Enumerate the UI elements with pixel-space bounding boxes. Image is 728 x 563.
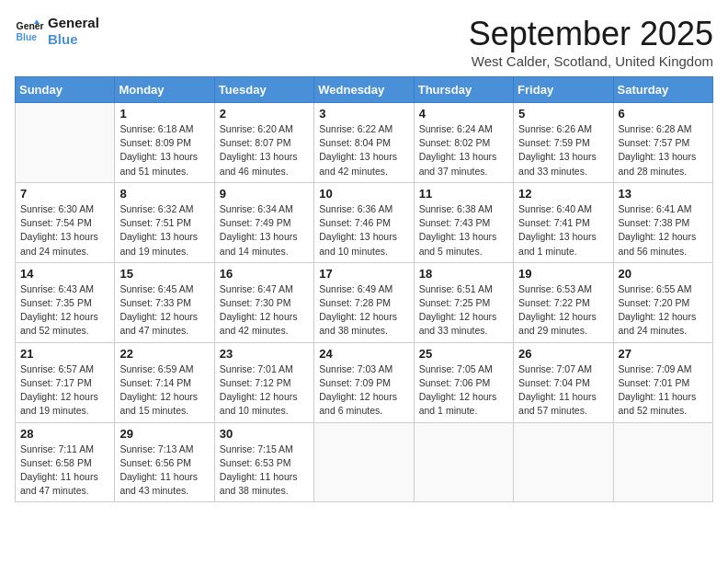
day-number: 23 (220, 347, 309, 361)
day-number: 29 (119, 427, 209, 441)
calendar-week-row: 14Sunrise: 6:43 AM Sunset: 7:35 PM Dayli… (16, 262, 713, 342)
calendar-cell: 11Sunrise: 6:38 AM Sunset: 7:43 PM Dayli… (414, 182, 513, 262)
day-number: 18 (419, 267, 508, 281)
calendar-cell: 3Sunrise: 6:22 AM Sunset: 8:04 PM Daylig… (314, 103, 414, 183)
logo-icon: General Blue (15, 17, 44, 46)
day-number: 5 (518, 107, 608, 121)
calendar-cell: 16Sunrise: 6:47 AM Sunset: 7:30 PM Dayli… (214, 262, 313, 342)
day-info: Sunrise: 6:43 AM Sunset: 7:35 PM Dayligh… (20, 282, 109, 339)
day-info: Sunrise: 7:03 AM Sunset: 7:09 PM Dayligh… (319, 362, 408, 419)
calendar-cell: 21Sunrise: 6:57 AM Sunset: 7:17 PM Dayli… (16, 342, 115, 422)
calendar-cell (613, 422, 712, 502)
calendar-cell: 5Sunrise: 6:26 AM Sunset: 7:59 PM Daylig… (514, 103, 613, 183)
calendar-table: SundayMondayTuesdayWednesdayThursdayFrid… (15, 76, 713, 502)
month-title: September 2025 (469, 15, 713, 53)
calendar-cell (314, 422, 414, 502)
day-info: Sunrise: 7:07 AM Sunset: 7:04 PM Dayligh… (518, 362, 608, 419)
day-info: Sunrise: 6:38 AM Sunset: 7:43 PM Dayligh… (419, 202, 508, 259)
calendar-cell: 7Sunrise: 6:30 AM Sunset: 7:54 PM Daylig… (16, 182, 115, 262)
calendar-cell: 6Sunrise: 6:28 AM Sunset: 7:57 PM Daylig… (613, 103, 712, 183)
weekday-header: Friday (514, 77, 613, 103)
day-number: 12 (518, 187, 608, 201)
day-number: 22 (119, 347, 209, 361)
day-info: Sunrise: 6:51 AM Sunset: 7:25 PM Dayligh… (419, 282, 508, 339)
calendar-week-row: 21Sunrise: 6:57 AM Sunset: 7:17 PM Dayli… (16, 342, 713, 422)
day-info: Sunrise: 6:40 AM Sunset: 7:41 PM Dayligh… (518, 202, 608, 259)
day-number: 8 (119, 187, 209, 201)
day-number: 3 (319, 107, 408, 121)
day-number: 17 (319, 267, 408, 281)
day-info: Sunrise: 6:32 AM Sunset: 7:51 PM Dayligh… (119, 202, 209, 259)
weekday-header: Tuesday (214, 77, 313, 103)
day-info: Sunrise: 6:49 AM Sunset: 7:28 PM Dayligh… (319, 282, 408, 339)
day-number: 21 (20, 347, 109, 361)
calendar-cell (514, 422, 613, 502)
calendar-cell: 4Sunrise: 6:24 AM Sunset: 8:02 PM Daylig… (414, 103, 513, 183)
weekday-header: Sunday (16, 77, 115, 103)
day-number: 4 (419, 107, 508, 121)
day-info: Sunrise: 7:13 AM Sunset: 6:56 PM Dayligh… (119, 442, 209, 499)
calendar-cell: 13Sunrise: 6:41 AM Sunset: 7:38 PM Dayli… (613, 182, 712, 262)
calendar-cell: 15Sunrise: 6:45 AM Sunset: 7:33 PM Dayli… (115, 262, 214, 342)
calendar-cell: 29Sunrise: 7:13 AM Sunset: 6:56 PM Dayli… (115, 422, 214, 502)
day-info: Sunrise: 7:01 AM Sunset: 7:12 PM Dayligh… (220, 362, 309, 419)
day-info: Sunrise: 6:28 AM Sunset: 7:57 PM Dayligh… (619, 122, 708, 178)
day-info: Sunrise: 6:55 AM Sunset: 7:20 PM Dayligh… (619, 282, 708, 339)
day-number: 19 (518, 267, 608, 281)
day-info: Sunrise: 6:36 AM Sunset: 7:46 PM Dayligh… (319, 202, 408, 259)
day-number: 10 (319, 187, 408, 201)
calendar-cell: 8Sunrise: 6:32 AM Sunset: 7:51 PM Daylig… (115, 182, 214, 262)
location: West Calder, Scotland, United Kingdom (469, 53, 713, 69)
day-number: 11 (419, 187, 508, 201)
logo: General Blue General Blue (15, 15, 99, 48)
day-info: Sunrise: 6:41 AM Sunset: 7:38 PM Dayligh… (619, 202, 708, 259)
day-info: Sunrise: 6:20 AM Sunset: 8:07 PM Dayligh… (220, 122, 309, 178)
day-info: Sunrise: 6:24 AM Sunset: 8:02 PM Dayligh… (419, 122, 508, 178)
day-number: 9 (220, 187, 309, 201)
day-number: 27 (619, 347, 708, 361)
calendar-cell: 9Sunrise: 6:34 AM Sunset: 7:49 PM Daylig… (214, 182, 313, 262)
weekday-header: Wednesday (314, 77, 414, 103)
calendar-week-row: 28Sunrise: 7:11 AM Sunset: 6:58 PM Dayli… (16, 422, 713, 502)
day-number: 20 (619, 267, 708, 281)
calendar-cell: 12Sunrise: 6:40 AM Sunset: 7:41 PM Dayli… (514, 182, 613, 262)
weekday-header: Monday (115, 77, 214, 103)
calendar-cell (414, 422, 513, 502)
day-number: 16 (220, 267, 309, 281)
day-number: 28 (20, 427, 109, 441)
day-info: Sunrise: 7:11 AM Sunset: 6:58 PM Dayligh… (20, 442, 109, 499)
calendar-cell: 2Sunrise: 6:20 AM Sunset: 8:07 PM Daylig… (214, 103, 313, 183)
day-info: Sunrise: 7:09 AM Sunset: 7:01 PM Dayligh… (619, 362, 708, 419)
calendar-cell: 23Sunrise: 7:01 AM Sunset: 7:12 PM Dayli… (214, 342, 313, 422)
calendar-cell: 14Sunrise: 6:43 AM Sunset: 7:35 PM Dayli… (16, 262, 115, 342)
day-number: 7 (20, 187, 109, 201)
calendar-cell: 25Sunrise: 7:05 AM Sunset: 7:06 PM Dayli… (414, 342, 513, 422)
calendar-cell (16, 103, 115, 183)
weekday-header: Saturday (613, 77, 712, 103)
page-header: General Blue General Blue September 2025… (15, 15, 713, 69)
day-number: 26 (518, 347, 608, 361)
svg-text:General: General (17, 21, 44, 31)
day-info: Sunrise: 7:05 AM Sunset: 7:06 PM Dayligh… (419, 362, 508, 419)
calendar-cell: 26Sunrise: 7:07 AM Sunset: 7:04 PM Dayli… (514, 342, 613, 422)
calendar-cell: 19Sunrise: 6:53 AM Sunset: 7:22 PM Dayli… (514, 262, 613, 342)
calendar-cell: 24Sunrise: 7:03 AM Sunset: 7:09 PM Dayli… (314, 342, 414, 422)
day-number: 2 (220, 107, 309, 121)
day-number: 30 (220, 427, 309, 441)
logo-blue: Blue (48, 31, 99, 48)
calendar-cell: 1Sunrise: 6:18 AM Sunset: 8:09 PM Daylig… (115, 103, 214, 183)
calendar-cell: 10Sunrise: 6:36 AM Sunset: 7:46 PM Dayli… (314, 182, 414, 262)
calendar-cell: 28Sunrise: 7:11 AM Sunset: 6:58 PM Dayli… (16, 422, 115, 502)
day-number: 1 (119, 107, 209, 121)
day-info: Sunrise: 6:59 AM Sunset: 7:14 PM Dayligh… (119, 362, 209, 419)
weekday-header-row: SundayMondayTuesdayWednesdayThursdayFrid… (16, 77, 713, 103)
calendar-cell: 20Sunrise: 6:55 AM Sunset: 7:20 PM Dayli… (613, 262, 712, 342)
day-info: Sunrise: 6:26 AM Sunset: 7:59 PM Dayligh… (518, 122, 608, 178)
day-number: 6 (619, 107, 708, 121)
day-info: Sunrise: 6:47 AM Sunset: 7:30 PM Dayligh… (220, 282, 309, 339)
day-info: Sunrise: 6:57 AM Sunset: 7:17 PM Dayligh… (20, 362, 109, 419)
day-info: Sunrise: 6:18 AM Sunset: 8:09 PM Dayligh… (119, 122, 209, 178)
calendar-week-row: 7Sunrise: 6:30 AM Sunset: 7:54 PM Daylig… (16, 182, 713, 262)
day-info: Sunrise: 6:34 AM Sunset: 7:49 PM Dayligh… (220, 202, 309, 259)
calendar-cell: 18Sunrise: 6:51 AM Sunset: 7:25 PM Dayli… (414, 262, 513, 342)
